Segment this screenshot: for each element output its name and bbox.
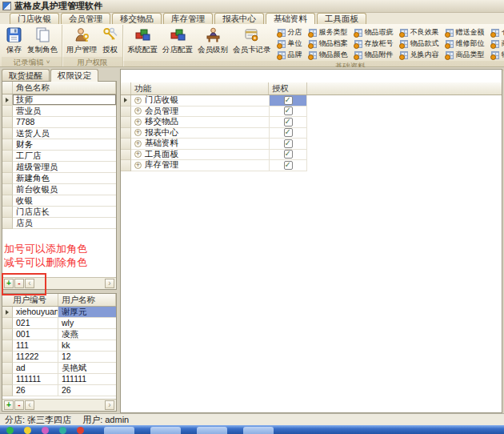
role-name-cell[interactable]: 技师 xyxy=(13,94,116,106)
authorize-checkbox[interactable] xyxy=(284,106,293,115)
role-row[interactable]: 前台收银员 xyxy=(2,184,116,195)
small-item-button[interactable]: 物品款式 xyxy=(400,38,439,49)
ribbon-tab[interactable]: 移交物品 xyxy=(112,13,162,24)
role-row[interactable]: 营业员 xyxy=(2,106,116,117)
small-item-button[interactable]: 存放柜号 xyxy=(354,38,394,49)
authorize-checkbox[interactable] xyxy=(284,150,293,159)
role-name-cell[interactable]: 送货人员 xyxy=(13,128,116,139)
role-name-cell[interactable]: 工厂店 xyxy=(13,151,116,162)
authorize-cell[interactable] xyxy=(269,128,307,139)
authorize-cell[interactable] xyxy=(269,150,307,161)
small-item-button[interactable]: 兑换内容 xyxy=(400,50,439,60)
taskbar-icon[interactable] xyxy=(59,427,66,434)
ribbon-tab[interactable]: 库存管理 xyxy=(163,13,213,24)
user-id-cell[interactable]: 11222 xyxy=(13,352,58,363)
small-item-button[interactable]: 品牌 xyxy=(278,50,302,60)
small-item-button[interactable]: 商品信息 xyxy=(491,38,504,49)
user-name-cell[interactable]: 12 xyxy=(58,352,116,363)
small-item-button[interactable]: 分店 xyxy=(278,27,302,38)
permission-row[interactable]: +报表中心 xyxy=(121,128,502,139)
taskbar-icon[interactable] xyxy=(6,427,14,434)
panel-tab[interactable]: 权限设定 xyxy=(50,69,98,82)
permission-row[interactable]: +工具面板 xyxy=(121,150,502,161)
taskbar-window-button[interactable] xyxy=(150,427,181,434)
user-row[interactable]: 021wly xyxy=(2,318,116,329)
scroll-left-button[interactable]: ‹ xyxy=(25,400,34,410)
role-row[interactable]: 店员 xyxy=(2,218,116,229)
authorize-column-header[interactable]: 授权 xyxy=(269,82,307,94)
role-row[interactable]: 收银 xyxy=(2,195,116,207)
user-name-cell[interactable]: 111111 xyxy=(58,374,116,385)
permission-row[interactable]: +门店收银 xyxy=(121,95,502,106)
authorize-cell[interactable] xyxy=(269,106,307,118)
user-id-cell[interactable]: 26 xyxy=(13,385,58,396)
taskbar-window-button[interactable] xyxy=(197,427,227,434)
authorize-cell[interactable] xyxy=(269,139,307,150)
member-level-button[interactable]: 会员级别 xyxy=(195,26,230,56)
user-id-cell[interactable]: xiehouyuan xyxy=(13,307,58,318)
user-name-cell[interactable]: 谢厚元 xyxy=(58,307,116,318)
small-item-button[interactable]: 仓库信息 xyxy=(491,27,504,38)
user-name-cell[interactable]: 吴艳斌 xyxy=(58,363,116,374)
small-item-button[interactable]: 物品颜色 xyxy=(309,50,348,60)
permission-row[interactable]: +基础资料 xyxy=(121,139,502,150)
role-row[interactable]: 工厂店 xyxy=(2,151,116,162)
role-name-cell[interactable]: 前台收银员 xyxy=(13,184,116,195)
role-row[interactable]: 送货人员 xyxy=(2,128,116,139)
small-item-button[interactable]: 物品附件 xyxy=(354,50,394,60)
user-manage-button[interactable]: 用户管理 xyxy=(64,26,99,56)
permission-row[interactable]: +移交物品 xyxy=(121,117,502,128)
user-row[interactable]: 001凌燕 xyxy=(2,329,116,340)
function-cell[interactable]: +移交物品 xyxy=(131,117,269,128)
roles-column-header[interactable]: 角色名称 xyxy=(13,82,116,94)
user-row[interactable]: xiehouyuan谢厚元 xyxy=(2,307,116,318)
function-cell[interactable]: +基础资料 xyxy=(131,139,269,150)
role-name-cell[interactable]: 新建角色 xyxy=(13,173,116,184)
user-name-cell[interactable]: 26 xyxy=(58,385,116,396)
role-row[interactable]: 财务 xyxy=(2,139,116,151)
ribbon-tab[interactable]: 报表中心 xyxy=(214,13,264,24)
ribbon-tab[interactable]: 会员管理 xyxy=(61,13,110,24)
authorize-cell[interactable] xyxy=(269,95,307,106)
small-item-button[interactable]: 单位 xyxy=(278,38,302,49)
role-name-cell[interactable]: 财务 xyxy=(13,139,116,151)
small-item-button[interactable]: 物品档案 xyxy=(309,38,348,49)
branch-config-button[interactable]: 分店配置 xyxy=(160,26,195,56)
user-row[interactable]: 111kk xyxy=(2,340,116,352)
ribbon-tab[interactable]: 基础资料 xyxy=(266,13,315,24)
panel-tab[interactable]: 取货提醒 xyxy=(2,69,50,82)
authorize-checkbox[interactable] xyxy=(284,96,293,105)
expand-node-icon[interactable]: + xyxy=(134,140,142,147)
function-cell[interactable]: +报表中心 xyxy=(131,128,269,139)
authorize-checkbox[interactable] xyxy=(284,139,293,148)
ribbon-tab[interactable]: 工具面板 xyxy=(317,13,366,24)
user-row[interactable]: 2626 xyxy=(2,385,116,396)
expand-node-icon[interactable]: + xyxy=(134,119,142,126)
role-row[interactable]: 门店店长 xyxy=(2,207,116,218)
authorize-cell[interactable] xyxy=(269,160,307,171)
member-card-record-button[interactable]: 会员卡记录 xyxy=(230,26,274,56)
role-row[interactable]: 新建角色 xyxy=(2,173,116,184)
user-name-column-header[interactable]: 用户名称 xyxy=(58,294,116,306)
role-name-cell[interactable]: 7788 xyxy=(13,117,116,128)
role-row[interactable]: 7788 xyxy=(2,117,116,128)
user-id-cell[interactable]: 111 xyxy=(13,340,58,352)
role-name-cell[interactable]: 门店店长 xyxy=(13,207,116,218)
user-id-cell[interactable]: 111111 xyxy=(13,374,58,385)
taskbar-window-button[interactable] xyxy=(243,427,274,434)
expand-node-icon[interactable]: + xyxy=(134,107,142,115)
authorize-cell[interactable] xyxy=(269,117,307,128)
user-name-cell[interactable]: wly xyxy=(58,318,116,329)
add-user-button[interactable]: + xyxy=(4,400,14,410)
user-id-column-header[interactable]: 用户编号 xyxy=(2,294,58,306)
small-item-button[interactable]: 物料信息 xyxy=(491,50,504,60)
expand-node-icon[interactable]: + xyxy=(134,151,142,158)
taskbar-window-button[interactable] xyxy=(104,427,134,434)
group-caption-record-edit[interactable]: 记录编辑˅ xyxy=(2,57,62,67)
user-id-cell[interactable]: ad xyxy=(13,363,58,374)
expand-node-icon[interactable]: + xyxy=(134,97,142,104)
authorize-checkbox[interactable] xyxy=(284,161,293,170)
expand-node-icon[interactable]: + xyxy=(134,162,142,169)
expand-node-icon[interactable]: + xyxy=(134,129,142,136)
user-name-cell[interactable]: 凌燕 xyxy=(58,329,116,340)
